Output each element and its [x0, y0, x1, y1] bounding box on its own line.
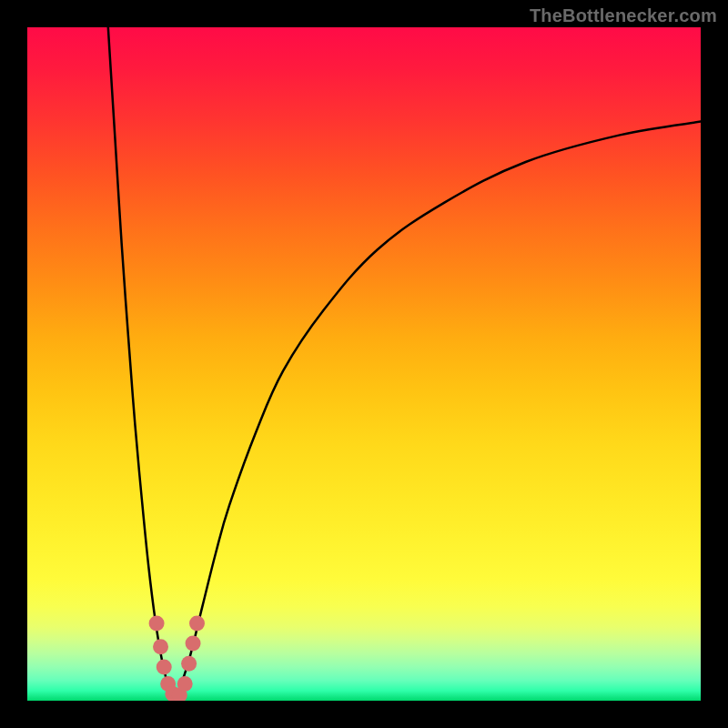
- marker-dot: [149, 615, 165, 631]
- marker-dot: [189, 615, 205, 631]
- plot-area: [27, 27, 701, 701]
- marker-dot: [153, 639, 168, 654]
- left-curve: [108, 27, 176, 701]
- marker-dot: [186, 636, 201, 652]
- chart-frame: { "watermark": "TheBottlenecker.com", "c…: [0, 0, 728, 728]
- curves-svg: [27, 27, 701, 701]
- marker-dot: [157, 660, 172, 675]
- marker-dot: [177, 676, 193, 692]
- watermark-text: TheBottlenecker.com: [530, 5, 717, 26]
- right-curve: [176, 122, 701, 701]
- marker-group: [149, 615, 205, 701]
- marker-dot: [181, 656, 197, 672]
